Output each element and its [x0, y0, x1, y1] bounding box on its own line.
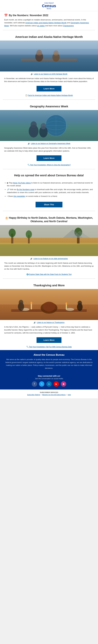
facts-icon-aian: 📋 [25, 94, 27, 96]
facebook-symbol: f [34, 382, 35, 386]
intro-header-row: 📅 By the Numbers: November 2022 [4, 14, 94, 17]
aian-link[interactable]: American Indian and Alaska Native Herita… [25, 22, 66, 24]
birthday-section: 🎂 Happy Birthday to North Dakota, South … [0, 212, 98, 278]
about-body: We serve as the nation's provider of qua… [4, 358, 94, 370]
aian-section: American Indian and Alaska Native Herita… [0, 31, 98, 99]
aian-audio-link[interactable]: Listen to our feature on AIAN Heritage M… [34, 73, 67, 75]
instagram-symbol: ◉ [63, 382, 64, 385]
newsletter-link[interactable]: this newsletter [13, 195, 25, 197]
thanksgiving-btn-row: Learn More [0, 336, 98, 345]
share-section: Help us spread the word about Census Bur… [0, 170, 98, 210]
logo-bureau: Bureau [42, 8, 56, 10]
thanksgiving-audio-row: 🔊 Listen to our feature on Thanksgiving [0, 320, 98, 324]
svg-rect-7 [0, 40, 98, 49]
audio-icon-thanks: 🔊 [34, 321, 36, 324]
birthday-title: 🎂 Happy Birthday to North Dakota, South … [0, 215, 98, 225]
birthday-audio-row: 🔊 Listen to our feature on six state ann… [0, 256, 98, 260]
aian-facts-link[interactable]: Facts for American Indian and Alaska Nat… [28, 94, 73, 96]
visit-icon: 🔗 [7, 188, 9, 190]
intro-body: Each month, we shine a spotlight on nota… [4, 18, 94, 27]
svg-rect-22 [0, 243, 98, 244]
birthday-image [0, 225, 98, 256]
birthday-explore-row: 🌍 Explore State Data with the State Fact… [0, 272, 98, 278]
share-btn-row: Share This [0, 201, 98, 209]
audio-icon-geo: 🔊 [28, 142, 30, 145]
intro-title: By the Numbers: November 2022 [9, 14, 48, 17]
linkedin-icon[interactable]: in [46, 381, 52, 387]
geography-body-text: Geography Awareness Week takes place thi… [0, 145, 98, 154]
svg-point-16 [31, 121, 37, 128]
thanksgiving-audio-link[interactable]: Listen to our feature on Thanksgiving [37, 322, 64, 324]
footer-manage-link[interactable]: Manage me from All Subscriptions [42, 394, 66, 396]
linkedin-symbol: in [48, 383, 50, 385]
twitter-icon[interactable]: 𝕏 [39, 381, 44, 387]
thanksgiving-link[interactable]: Thanksgiving [63, 24, 74, 27]
footer-subscriber-label: SUBSCRIBER SERVICES [3, 392, 95, 393]
social-section: Stay connected with us! Join the convers… [0, 372, 98, 390]
birthday-title-text: Happy Birthday to North Dakota, South Da… [9, 216, 93, 223]
share-title: Help us spread the word about Census Bur… [0, 172, 98, 179]
bday-svg [0, 225, 98, 256]
footer-help-link[interactable]: Help [68, 394, 71, 396]
youtube-link[interactable]: these YouTube videos [13, 182, 31, 184]
share-item-3: • Share this newsletter on social media … [7, 195, 94, 198]
geography-audio-link[interactable]: Listen to our feature on Geography Aware… [31, 142, 70, 144]
svg-rect-1 [21, 59, 77, 60]
svg-point-24 [9, 229, 16, 237]
email-wrapper: United States® Census Bureau 📅 By the Nu… [0, 0, 98, 398]
share-body: ▶ Play these YouTube videos to listen to… [0, 179, 98, 201]
youtube-symbol: ▶ [55, 383, 57, 385]
aian-image [0, 40, 98, 72]
about-title: About the Census Bureau [4, 354, 94, 356]
share-item-1: ▶ Play these YouTube videos to listen to… [7, 182, 94, 188]
footer-links: Subscriber Ratings | Manage me from All … [3, 394, 95, 396]
divider-4 [3, 211, 95, 211]
birthday-audio-link[interactable]: Listen to our feature on six state anniv… [34, 258, 68, 260]
twitter-symbol: 𝕏 [41, 383, 43, 385]
geography-learn-more-button[interactable]: Learn More [37, 155, 61, 161]
share-list: ▶ Play these YouTube videos to listen to… [4, 182, 94, 198]
birthday-explore-link[interactable]: Explore State Data with the State Facts … [29, 274, 72, 275]
geo-svg [0, 110, 98, 141]
email-header: United States® Census Bureau [0, 0, 98, 11]
thanksgiving-section: Thanksgiving and More [0, 280, 98, 350]
thanksgiving-learn-more-button[interactable]: Learn More [37, 337, 61, 343]
youtube-icon[interactable]: ▶ [54, 381, 59, 387]
svg-point-18 [41, 123, 46, 129]
six-states-link[interactable]: six states [37, 24, 45, 27]
share-button[interactable]: Share This [36, 202, 62, 208]
social-icons-row: f 𝕏 in ▶ ◉ [3, 381, 95, 387]
thanksgiving-image [0, 289, 98, 320]
facebook-icon[interactable]: f [32, 381, 37, 387]
footer: SUBSCRIBER SERVICES Subscriber Ratings |… [0, 390, 98, 398]
quiz-icon-thanks: 🔍 [26, 346, 29, 348]
aian-btn-row: Learn More [0, 85, 98, 94]
aian-learn-more-button[interactable]: Learn More [37, 86, 61, 92]
svg-point-46 [78, 301, 82, 306]
about-section: About the Census Bureau We serve as the … [0, 350, 98, 372]
instagram-icon[interactable]: ◉ [61, 381, 66, 387]
divider-1 [3, 30, 95, 30]
by-numbers-link[interactable]: By the Numbers page [17, 188, 34, 190]
divider-5 [3, 278, 95, 279]
play-icon: ▶ [7, 182, 8, 184]
thanksgiving-body-text: In the fall of 1621, the Pilgrims — earl… [0, 324, 98, 336]
geography-audio-row: 🔊 Listen to our feature on Geography Awa… [0, 141, 98, 145]
geography-quiz-row: 🔍 Test Your Knowledge: Where Is Gina the… [0, 163, 98, 168]
aian-audio-row: 🔊 Listen to our feature on AIAN Heritage… [0, 72, 98, 76]
svg-point-40 [65, 302, 67, 304]
thanksgiving-quiz-link[interactable]: Test Your Knowledge: Fall Fun With Censu… [29, 346, 72, 348]
thanksgiving-quiz-row: 🔍 Test Your Knowledge: Fall Fun With Cen… [0, 345, 98, 350]
intro-section: 📅 By the Numbers: November 2022 Each mon… [0, 11, 98, 29]
divider-3 [3, 169, 95, 169]
birthday-icon: 🎂 [5, 216, 8, 219]
footer-ratings-link[interactable]: Subscriber Ratings [27, 394, 40, 396]
aian-svg [0, 40, 98, 72]
svg-rect-37 [31, 303, 32, 310]
geography-quiz-link[interactable]: Test Your Knowledge: Where Is Gina the G… [30, 164, 71, 166]
svg-point-26 [26, 230, 32, 238]
logo-text: United States® Census Bureau [42, 2, 56, 10]
quiz-icon-geo: 🔍 [27, 164, 30, 166]
share-bullet-icon: • [7, 195, 8, 197]
social-title: Stay connected with us! [3, 375, 95, 377]
